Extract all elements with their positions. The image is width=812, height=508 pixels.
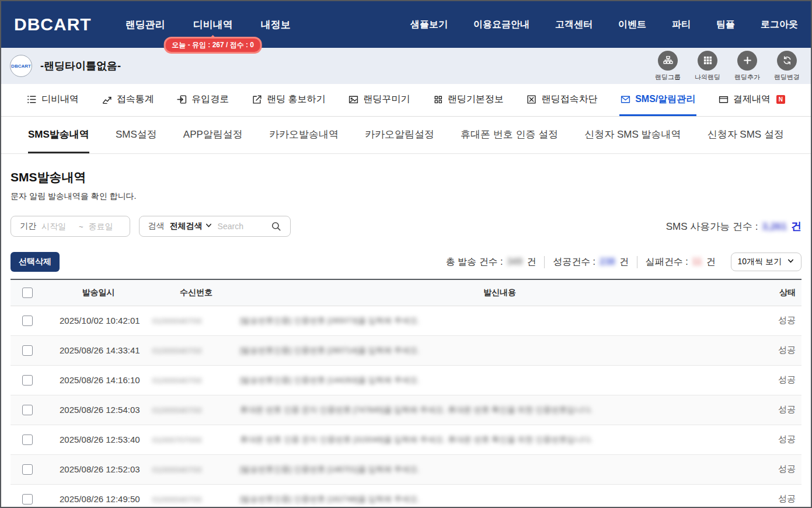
row-content-masked: [발송번호인증] 인증번호 [162748]을 입력해 주세요.	[240, 495, 420, 503]
main-tab-label: 결제내역	[733, 93, 771, 106]
end-date-input[interactable]	[89, 222, 121, 231]
topnav-item[interactable]: 샘플보기	[410, 19, 448, 31]
table-row: 2025/10/02 10:42:0101000040700[발송번호인증] 인…	[11, 306, 801, 335]
row-phone: 01000707000	[152, 425, 240, 454]
main-tab-label: 유입경로	[191, 93, 229, 106]
landing-action-label: 랜딩그룹	[655, 73, 681, 82]
search-icon[interactable]	[271, 221, 281, 232]
row-checkbox[interactable]	[22, 345, 33, 356]
topnav-item[interactable]: 이용요금안내	[473, 19, 529, 31]
delete-selected-button[interactable]: 선택삭제	[11, 252, 60, 272]
sub-tab[interactable]: 신청자 SMS 발송내역	[584, 117, 681, 153]
sub-tab[interactable]: 카카오알림설정	[365, 117, 434, 153]
search-input[interactable]	[218, 222, 266, 231]
row-phone: 01000040700	[152, 335, 240, 365]
row-status: 성공	[759, 365, 801, 395]
sub-tab[interactable]: SMS발송내역	[28, 117, 89, 153]
row-phone-masked: 01000040700	[152, 317, 202, 325]
row-status: 성공	[759, 306, 801, 335]
topnav-item[interactable]: 이벤트	[618, 19, 646, 31]
main-tab-bar: 디비내역접속통계유입경로랜딩 홍보하기랜딩꾸미기랜딩기본정보랜딩접속차단SMS/…	[1, 84, 811, 117]
main-tab[interactable]: 랜딩접속차단	[525, 84, 598, 116]
sub-tab[interactable]: APP알림설정	[183, 117, 243, 153]
topnav-item[interactable]: 파티	[672, 19, 691, 31]
stat-item: 실패건수 :11건	[637, 256, 724, 268]
main-tab[interactable]: 랜딩꾸미기	[347, 84, 411, 116]
stat-label: 총 발송 건수 :	[446, 256, 503, 268]
main-tab[interactable]: SMS/알림관리	[619, 84, 696, 116]
landing-action[interactable]: 나의랜딩	[692, 51, 723, 82]
table-row: 2025/08/26 12:49:5001000040700[발송번호인증] 인…	[11, 484, 801, 507]
main-tab[interactable]: 접속통계	[101, 84, 155, 116]
main-tab-label: 랜딩 홍보하기	[267, 93, 325, 106]
sub-tab[interactable]: 휴대폰 번호 인증 설정	[461, 117, 558, 153]
row-content: [발송번호인증] 인증번호 [260714]을 입력해 주세요.	[240, 335, 759, 365]
list-icon	[27, 94, 37, 104]
brand-logo[interactable]: DBCART	[14, 15, 92, 34]
topnav-item[interactable]: 고객센터	[555, 19, 593, 31]
sub-tab[interactable]: SMS설정	[116, 117, 157, 153]
stat-item: 총 발송 건수 :349건	[438, 256, 544, 268]
sub-tab[interactable]: 신청자 SMS 설정	[708, 117, 784, 153]
row-checkbox[interactable]	[22, 405, 33, 415]
period-label: 기간	[20, 221, 36, 232]
landing-action[interactable]: 랜딩변경	[772, 51, 802, 82]
main-tab-label: 랜딩접속차단	[541, 93, 597, 106]
landing-action[interactable]: 랜딩그룹	[653, 51, 683, 82]
row-date: 2025/08/26 12:52:03	[44, 454, 152, 484]
row-content: [발송번호인증] 인증번호 [265073]을 입력해 주세요.	[240, 306, 759, 335]
main-tab[interactable]: 랜딩기본정보	[432, 84, 505, 116]
sub-tab[interactable]: 카카오발송내역	[269, 117, 339, 153]
main-tab[interactable]: 결제내역N	[717, 84, 786, 116]
topnav-item[interactable]: 로그아웃	[761, 19, 798, 31]
page-size-select[interactable]: 10개씩 보기	[731, 253, 801, 271]
row-checkbox[interactable]	[22, 375, 33, 386]
main-tab[interactable]: 랜딩 홍보하기	[251, 84, 326, 116]
stat-unit: 건	[706, 256, 716, 268]
row-content: 휴대폰 번호 인증 문자 인증번호 [747845]을 입력해 주세요. 휴대폰…	[240, 395, 759, 425]
landing-action[interactable]: 랜딩추가	[732, 51, 762, 82]
page-size-value: 10개씩 보기	[738, 257, 782, 267]
row-phone: 01000040700	[152, 484, 240, 507]
main-tab-label: 랜딩기본정보	[448, 93, 504, 106]
main-tab[interactable]: 디비내역	[26, 84, 80, 116]
sitemap-icon	[658, 51, 678, 71]
block-icon	[527, 94, 536, 104]
topnav-item[interactable]: 디비내역오늘 - 유입 : 267 / 접수 : 0	[193, 18, 233, 31]
sms-available-value-masked: 3,261	[762, 221, 787, 233]
topnav-item[interactable]: 내정보	[261, 18, 291, 31]
topnav-right-menu: 샘플보기이용요금안내고객센터이벤트파티팀플로그아웃	[410, 19, 798, 31]
row-checkbox[interactable]	[22, 316, 33, 326]
image-icon	[349, 94, 358, 104]
row-status: 성공	[759, 484, 801, 507]
header-status: 상태	[759, 279, 801, 306]
sms-available-label: SMS 사용가능 건수 :	[666, 220, 758, 233]
main-tab[interactable]: 유입경로	[176, 84, 230, 116]
topnav-item[interactable]: 팀플	[716, 19, 735, 31]
row-date: 2025/08/26 12:49:50	[44, 484, 152, 507]
row-checkbox[interactable]	[22, 464, 33, 475]
row-status: 성공	[759, 395, 801, 425]
stat-label: 실패건수 :	[646, 256, 688, 268]
search-scope-value: 전체검색	[170, 221, 203, 232]
app-window: DBCART 랜딩관리디비내역오늘 - 유입 : 267 / 접수 : 0내정보…	[0, 0, 812, 508]
top-navbar: DBCART 랜딩관리디비내역오늘 - 유입 : 267 / 접수 : 0내정보…	[1, 1, 811, 48]
action-row: 선택삭제 총 발송 건수 :349건성공건수 :238건실패건수 :11건 10…	[11, 252, 801, 272]
row-checkbox-cell	[11, 454, 44, 484]
topnav-item[interactable]: 랜딩관리	[126, 18, 165, 31]
search-scope-select[interactable]: 전체검색	[170, 221, 212, 232]
row-checkbox[interactable]	[22, 494, 33, 505]
page-subtitle: 문자 알림 발송내역을 확인 합니다.	[11, 191, 801, 202]
select-all-checkbox[interactable]	[22, 288, 33, 298]
table-header: 발송일시 수신번호 발신내용 상태	[11, 279, 801, 306]
promote-icon	[252, 94, 262, 104]
header-content: 발신내용	[240, 279, 759, 306]
row-content-masked: [발송번호인증] 인증번호 [146701]을 입력해 주세요.	[240, 465, 420, 474]
row-content-masked: [발송번호인증] 인증번호 [265073]을 입력해 주세요.	[240, 316, 420, 325]
start-date-input[interactable]	[41, 222, 74, 231]
filter-row: 기간 ~ 검색 전체검색 SMS 사용가능 건수 : 3,261 건	[11, 216, 801, 237]
main-tab-label: 디비내역	[41, 93, 79, 106]
sub-tab-bar: SMS발송내역SMS설정APP알림설정카카오발송내역카카오알림설정휴대폰 번호 …	[1, 117, 811, 154]
row-checkbox-cell	[11, 395, 44, 425]
row-checkbox[interactable]	[22, 435, 33, 445]
